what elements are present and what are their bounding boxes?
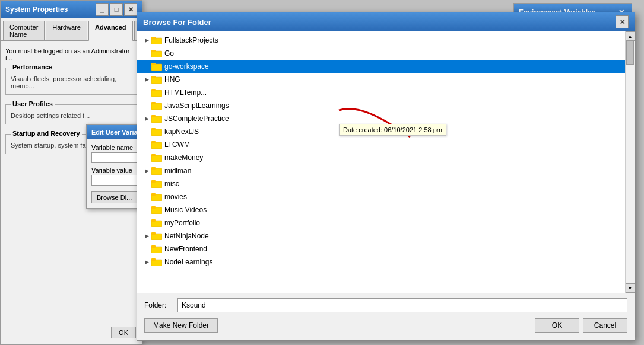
sys-titlebar-buttons: _ □ ✕	[96, 3, 137, 16]
browse-cancel-btn[interactable]: Cancel	[583, 318, 627, 333]
list-item[interactable]: LTCWM	[137, 138, 625, 151]
folder-name: FullstackProjects	[164, 36, 218, 44]
scroll-up-btn[interactable]: ▲	[626, 31, 635, 41]
admin-notice: You must be logged on as an Administrato…	[5, 47, 137, 62]
scroll-down-btn[interactable]: ▼	[626, 283, 635, 293]
svg-rect-6	[151, 63, 156, 65]
browse-tree-area: ▶ FullstackProjects Go go-w	[137, 31, 635, 293]
folder-icon	[151, 232, 162, 240]
expand-arrow	[142, 153, 151, 162]
sys-ok-btn[interactable]: OK	[111, 327, 136, 338]
svg-rect-10	[151, 89, 156, 91]
folder-name: NetNinjaNode	[164, 232, 209, 240]
list-item[interactable]: NewFrontend	[137, 242, 625, 255]
svg-rect-36	[151, 258, 156, 261]
browse-ok-btn[interactable]: OK	[535, 318, 579, 333]
folder-name: LTCWM	[164, 140, 190, 149]
folder-icon	[151, 193, 162, 201]
folder-input[interactable]	[177, 298, 627, 312]
folder-name: movies	[164, 193, 187, 201]
svg-rect-8	[151, 76, 156, 78]
expand-arrow	[142, 218, 151, 228]
list-item[interactable]: movies	[137, 190, 625, 203]
folder-icon	[151, 140, 162, 149]
expand-arrow: ▶	[142, 257, 151, 267]
list-item[interactable]: ▶ FullstackProjects	[137, 34, 625, 47]
folder-icon	[151, 62, 162, 71]
list-item[interactable]: ▶ HNG	[137, 73, 625, 86]
svg-rect-34	[151, 245, 156, 248]
performance-section: Performance Visual effects, processor sc…	[5, 68, 137, 95]
expand-arrow: ▶	[142, 75, 151, 84]
svg-rect-24	[151, 180, 156, 183]
svg-rect-12	[151, 102, 156, 104]
list-item[interactable]: ▶ NetNinjaNode	[137, 229, 625, 242]
svg-rect-22	[151, 167, 156, 170]
expand-arrow: ▶	[142, 166, 151, 175]
folder-tooltip: Date created: 06/10/2021 2:58 pm	[339, 124, 446, 136]
sys-maximize-btn[interactable]: □	[110, 3, 123, 16]
folder-icon	[151, 127, 162, 136]
svg-rect-30	[151, 219, 156, 222]
folder-icon	[151, 36, 162, 44]
list-item[interactable]: misc	[137, 177, 625, 190]
browse-dir-btn[interactable]: Browse Di...	[91, 191, 137, 203]
list-item[interactable]: ▶ midlman	[137, 164, 625, 177]
folder-name: JSCompletePractice	[164, 114, 229, 123]
folder-name: myPortfolio	[164, 219, 200, 227]
list-item[interactable]: myPortfolio	[137, 216, 625, 229]
expand-arrow	[142, 62, 151, 71]
folder-name: NewFrontend	[164, 245, 207, 253]
svg-rect-32	[151, 232, 156, 235]
expand-arrow	[142, 179, 151, 189]
sys-minimize-btn[interactable]: _	[96, 3, 109, 16]
sys-close-btn[interactable]: ✕	[124, 3, 137, 16]
folder-icon	[151, 114, 162, 123]
expand-arrow	[142, 140, 151, 149]
tab-advanced[interactable]: Advanced	[88, 21, 133, 41]
expand-arrow	[142, 88, 151, 97]
tab-hardware[interactable]: Hardware	[46, 21, 87, 40]
browse-titlebar: Browse For Folder ✕	[137, 12, 635, 31]
scroll-thumb[interactable]	[626, 41, 634, 65]
tab-computer-name[interactable]: Computer Name	[3, 21, 45, 40]
list-item[interactable]: ▶ NodeLearnings	[137, 255, 625, 269]
performance-title: Performance	[11, 63, 54, 71]
folder-name: Go	[164, 49, 174, 58]
list-item[interactable]: go-workspace	[137, 60, 625, 73]
folder-name: HNG	[164, 75, 180, 84]
folder-icon	[151, 206, 162, 214]
svg-rect-16	[151, 128, 156, 130]
expand-arrow	[142, 244, 151, 254]
list-item[interactable]: Go	[137, 47, 625, 60]
performance-desc: Visual effects, processor scheduling, me…	[11, 75, 132, 90]
folder-tree-list[interactable]: ▶ FullstackProjects Go go-w	[137, 31, 625, 293]
user-profiles-title: User Profiles	[11, 100, 55, 107]
ok-cancel-buttons: OK Cancel	[535, 318, 627, 333]
folder-name: JavaScriptLearnings	[164, 101, 229, 110]
folder-name: go-workspace	[164, 62, 209, 71]
browse-close-btn[interactable]: ✕	[616, 15, 629, 28]
expand-arrow: ▶	[142, 231, 151, 241]
folder-name: makeMoney	[164, 154, 203, 162]
make-new-folder-btn[interactable]: Make New Folder	[144, 318, 218, 333]
list-item[interactable]: HTMLTemp...	[137, 86, 625, 99]
list-item[interactable]: Music Videos	[137, 203, 625, 216]
folder-name: kapNextJS	[164, 127, 199, 136]
action-buttons-row: Make New Folder OK Cancel	[144, 318, 627, 333]
expand-arrow	[142, 127, 151, 136]
svg-rect-28	[151, 206, 156, 209]
list-item[interactable]: makeMoney	[137, 151, 625, 164]
user-profiles-desc: Desktop settings related t...	[11, 112, 132, 119]
tooltip-text: Date created: 06/10/2021 2:58 pm	[343, 126, 442, 133]
list-item[interactable]: ▶ JSCompletePractice	[137, 112, 625, 125]
expand-arrow: ▶	[142, 36, 151, 45]
expand-arrow	[142, 101, 151, 110]
list-item[interactable]: JavaScriptLearnings	[137, 99, 625, 112]
expand-arrow	[142, 49, 151, 58]
scrollbar[interactable]: ▲ ▼	[625, 31, 635, 293]
expand-arrow	[142, 205, 151, 215]
folder-icon	[151, 101, 162, 110]
expand-arrow	[142, 192, 151, 202]
startup-title: Startup and Recovery	[11, 130, 82, 137]
